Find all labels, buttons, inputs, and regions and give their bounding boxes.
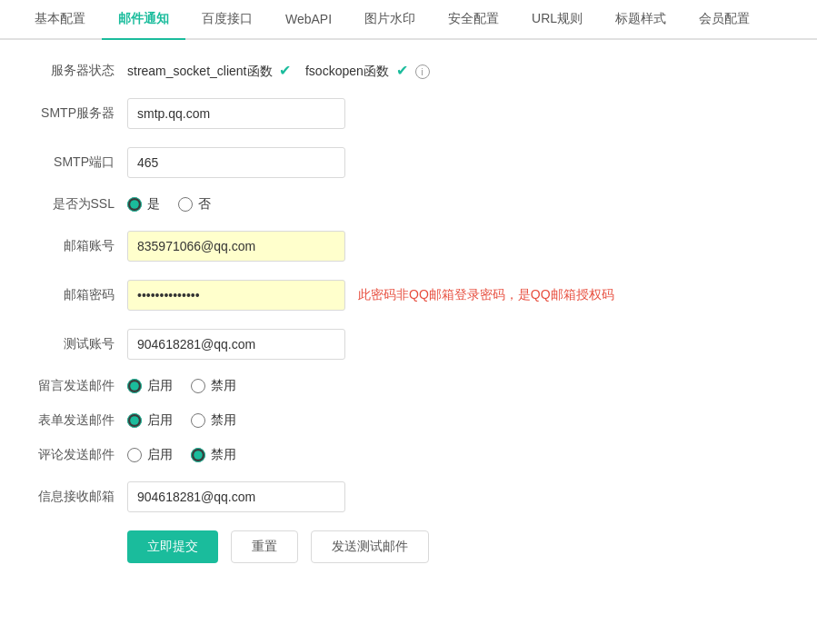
email-account-input[interactable]	[127, 231, 345, 262]
test-account-label: 测试账号	[27, 336, 127, 352]
ssl-label: 是否为SSL	[27, 196, 127, 213]
ssl-no-label: 否	[198, 196, 211, 213]
message-email-disable-radio[interactable]	[191, 379, 205, 393]
stream-socket-text: stream_socket_client函数	[127, 64, 273, 78]
receive-email-row: 信息接收邮箱	[27, 481, 790, 512]
message-email-enable-option[interactable]: 启用	[127, 378, 173, 394]
message-email-row: 留言发送邮件 启用 禁用	[27, 378, 790, 394]
tab-security[interactable]: 安全配置	[432, 0, 515, 40]
tab-webapi[interactable]: WebAPI	[269, 1, 348, 39]
test-account-input[interactable]	[127, 329, 345, 360]
ssl-no-option[interactable]: 否	[178, 196, 211, 213]
reset-button[interactable]: 重置	[231, 530, 298, 563]
email-password-row: 邮箱密码 此密码非QQ邮箱登录密码，是QQ邮箱授权码	[27, 280, 790, 311]
form-email-enable-label: 启用	[147, 412, 173, 429]
form-email-disable-option[interactable]: 禁用	[191, 412, 236, 429]
smtp-port-input[interactable]	[127, 147, 345, 178]
smtp-server-row: SMTP服务器	[27, 98, 790, 129]
form-email-disable-label: 禁用	[211, 412, 236, 429]
submit-button[interactable]: 立即提交	[127, 530, 218, 563]
receive-email-input[interactable]	[127, 481, 345, 512]
message-email-disable-option[interactable]: 禁用	[191, 378, 236, 394]
form-email-row: 表单发送邮件 启用 禁用	[27, 412, 790, 429]
ssl-yes-option[interactable]: 是	[127, 196, 160, 213]
server-status-value: stream_socket_client函数 ✔ fsockopen函数 ✔ i	[127, 62, 430, 80]
tab-bar: 基本配置 邮件通知 百度接口 WebAPI 图片水印 安全配置 URL规则 标题…	[0, 0, 817, 40]
comment-email-enable-option[interactable]: 启用	[127, 447, 173, 463]
message-email-radio-group: 启用 禁用	[127, 378, 236, 394]
ssl-row: 是否为SSL 是 否	[27, 196, 790, 213]
tab-baidu[interactable]: 百度接口	[185, 0, 269, 40]
comment-email-radio-group: 启用 禁用	[127, 447, 236, 463]
smtp-port-row: SMTP端口	[27, 147, 790, 178]
message-email-disable-label: 禁用	[211, 378, 236, 394]
comment-email-row: 评论发送邮件 启用 禁用	[27, 447, 790, 463]
server-status-row: 服务器状态 stream_socket_client函数 ✔ fsockopen…	[27, 62, 790, 80]
form-email-enable-option[interactable]: 启用	[127, 412, 173, 429]
ssl-radio-group: 是 否	[127, 196, 211, 213]
password-note: 此密码非QQ邮箱登录密码，是QQ邮箱授权码	[358, 287, 614, 303]
form-email-label: 表单发送邮件	[27, 412, 127, 429]
email-password-label: 邮箱密码	[27, 287, 127, 303]
test-account-row: 测试账号	[27, 329, 790, 360]
message-email-label: 留言发送邮件	[27, 378, 127, 394]
stream-socket-check-icon: ✔	[279, 63, 291, 78]
info-icon[interactable]: i	[415, 64, 430, 79]
tab-title-style[interactable]: 标题样式	[599, 0, 682, 40]
form-email-disable-radio[interactable]	[191, 413, 205, 428]
form-email-radio-group: 启用 禁用	[127, 412, 236, 429]
tab-email[interactable]: 邮件通知	[102, 0, 185, 40]
form-email-enable-radio[interactable]	[127, 413, 142, 428]
smtp-server-label: SMTP服务器	[27, 105, 127, 122]
server-status-label: 服务器状态	[27, 63, 127, 79]
email-password-input[interactable]	[127, 280, 345, 311]
button-row: 立即提交 重置 发送测试邮件	[127, 530, 790, 563]
fsockopen-text: fsockopen函数	[305, 64, 389, 78]
test-email-button[interactable]: 发送测试邮件	[311, 530, 429, 563]
ssl-yes-label: 是	[147, 196, 160, 213]
fsockopen-check-icon: ✔	[396, 63, 408, 78]
smtp-port-label: SMTP端口	[27, 154, 127, 171]
ssl-no-radio[interactable]	[178, 197, 193, 212]
comment-email-enable-label: 启用	[147, 447, 173, 463]
tab-basic[interactable]: 基本配置	[18, 0, 102, 40]
comment-email-enable-radio[interactable]	[127, 448, 142, 462]
smtp-server-input[interactable]	[127, 98, 345, 129]
comment-email-disable-radio[interactable]	[191, 448, 205, 462]
message-email-enable-radio[interactable]	[127, 379, 142, 393]
message-email-enable-label: 启用	[147, 378, 173, 394]
comment-email-disable-option[interactable]: 禁用	[191, 447, 236, 463]
tab-watermark[interactable]: 图片水印	[348, 0, 432, 40]
email-account-row: 邮箱账号	[27, 231, 790, 262]
comment-email-disable-label: 禁用	[211, 447, 236, 463]
receive-email-label: 信息接收邮箱	[27, 489, 127, 505]
email-account-label: 邮箱账号	[27, 238, 127, 254]
tab-member[interactable]: 会员配置	[682, 0, 766, 40]
tab-url[interactable]: URL规则	[515, 0, 599, 40]
ssl-yes-radio[interactable]	[127, 197, 142, 212]
form-content: 服务器状态 stream_socket_client函数 ✔ fsockopen…	[0, 40, 817, 585]
comment-email-label: 评论发送邮件	[27, 447, 127, 463]
